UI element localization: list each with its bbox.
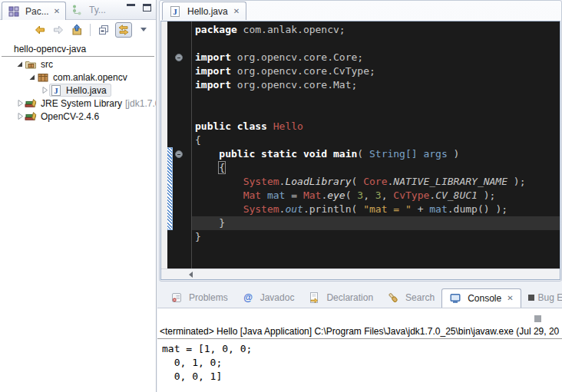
code-line-10[interactable]: public static void main( String[] args )	[195, 147, 560, 161]
console-tab-javadoc[interactable]: @Javadoc	[235, 288, 302, 308]
type-hierarchy-icon	[71, 4, 84, 16]
tree-item-src[interactable]: src	[0, 58, 156, 71]
code-token: ,	[363, 189, 375, 201]
expanded-arrow-icon[interactable]	[15, 59, 25, 69]
console-tab-declaration[interactable]: Declaration	[301, 288, 380, 308]
sidebar-tab-label: Ty...	[89, 5, 106, 15]
console-tab-console[interactable]: Console✕	[441, 288, 521, 308]
console-output-line: 0, 1, 0;	[162, 356, 562, 370]
scroll-left-icon[interactable]	[189, 272, 193, 278]
console-output-line: mat = [1, 0, 0;	[162, 342, 562, 356]
console-tab-problems[interactable]: Problems	[164, 288, 235, 308]
link-with-editor-button[interactable]	[115, 22, 132, 38]
tree-item-jre-system-library[interactable]: JRE System Library[jdk1.7.0_25]	[0, 97, 156, 110]
code-line-1[interactable]: package com.anlak.opencv;	[195, 23, 560, 37]
maximize-icon[interactable]	[143, 4, 151, 12]
collapsed-arrow-icon[interactable]	[15, 98, 25, 108]
code-line-3[interactable]: import org.opencv.core.Core;	[195, 51, 560, 64]
sidebar-tab-ty[interactable]: Ty...	[66, 1, 111, 19]
java-file-icon: J	[169, 5, 181, 18]
declaration-icon	[308, 292, 320, 304]
code-token: (	[357, 148, 369, 160]
code-line-9[interactable]: {	[195, 133, 560, 147]
editor-tabbar: J Hello.java ✕	[160, 1, 561, 20]
back-button[interactable]	[33, 23, 47, 37]
link-editor-icon	[117, 24, 130, 36]
code-token: System	[243, 176, 279, 187]
code-token: CV_8UC1	[435, 189, 478, 201]
tree-item-hello-java[interactable]: JHello.java	[0, 84, 156, 97]
code-line-14[interactable]: System.out.println( "mat = " + mat.dump(…	[195, 203, 560, 216]
code-line-12[interactable]: System.LoadLibrary( Core.NATIVE_LIBRARY_…	[195, 175, 560, 189]
console-tab-search[interactable]: Search	[380, 288, 441, 308]
code-token	[195, 189, 243, 201]
problems-icon	[170, 292, 183, 304]
tree-item-content: JRE System Library[jdk1.7.0_25]	[25, 97, 156, 110]
code-token	[195, 148, 219, 160]
tree-item-com-anlak-opencv[interactable]: com.anlak.opencv	[0, 71, 156, 84]
minimize-icon[interactable]	[127, 4, 135, 12]
code-line-4[interactable]: import org.opencv.core.CvType;	[195, 64, 560, 78]
tree-item-content: hello-opencv-java	[12, 44, 88, 54]
collapsed-arrow-icon[interactable]	[15, 111, 25, 121]
console-tab-label: Console	[468, 293, 501, 304]
console-output[interactable]: mat = [1, 0, 0; 0, 1, 0; 0, 0, 1]	[157, 339, 562, 384]
code-token: Core	[363, 176, 387, 187]
code-token: out	[285, 203, 302, 215]
console-panel: Problems@JavadocDeclarationSearchConsole…	[157, 287, 562, 392]
code-editor[interactable]: package com.anlak.opencv;import org.open…	[167, 21, 560, 268]
code-token: 3	[375, 189, 382, 201]
console-toolbar-icon[interactable]	[534, 315, 541, 322]
gutter-separator	[191, 21, 192, 268]
eclipse-workbench: { "sidebar": { "tabs": [ { "label": "Pac…	[0, 0, 562, 392]
collapse-all-button[interactable]	[97, 23, 111, 37]
console-tab-label: Search	[405, 292, 435, 303]
annotation-ruler[interactable]	[161, 21, 167, 268]
code-line-7[interactable]	[195, 106, 560, 120]
close-icon[interactable]: ✕	[233, 8, 240, 15]
forward-button[interactable]	[51, 23, 65, 37]
code-token: .dump() );	[448, 203, 507, 215]
collapsed-arrow-icon[interactable]	[40, 85, 49, 95]
expanded-arrow-icon[interactable]	[28, 72, 37, 82]
tree-item-label: com.anlak.opencv	[51, 72, 129, 83]
tree-item-hello-opencv-java[interactable]: hello-opencv-java	[0, 42, 156, 55]
code-token: NATIVE_LIBRARY_NAME	[393, 176, 507, 187]
fold-collapse-icon[interactable]	[175, 54, 183, 61]
code-line-11[interactable]: {	[195, 161, 560, 175]
code-line-8[interactable]: public class Hello	[195, 120, 560, 133]
project-tree: hello-opencv-javasrccom.anlak.opencvJHel…	[0, 39, 156, 123]
console-tab-bug-explorer[interactable]: Bug Explorer	[521, 288, 562, 308]
sidebar-tab-pac[interactable]: Pac...✕	[2, 2, 66, 20]
search-icon	[387, 292, 399, 304]
horizontal-scrollbar[interactable]	[161, 268, 560, 279]
fold-collapse-icon[interactable]	[175, 150, 183, 158]
up-button[interactable]	[70, 23, 84, 37]
close-icon[interactable]: ✕	[507, 295, 513, 302]
tree-item-opencv-2-4-6[interactable]: OpenCV-2.4.6	[0, 110, 156, 123]
view-menu-button[interactable]	[137, 23, 150, 37]
range-indicator	[167, 147, 173, 230]
code-line-15[interactable]: }	[195, 216, 560, 230]
collapse-all-icon	[98, 24, 110, 36]
code-token: eye	[327, 189, 345, 201]
code-token: System	[243, 203, 279, 215]
code-line-2[interactable]	[195, 37, 560, 51]
code-line-16[interactable]: }	[195, 230, 560, 244]
library-icon	[25, 110, 37, 123]
up-package-icon	[71, 24, 83, 36]
console-tab-label: Javadoc	[260, 292, 295, 303]
code-line-13[interactable]: Mat mat = Mat.eye( 3, 3, CvType.CV_8UC1 …	[195, 189, 560, 203]
code-token: package	[195, 24, 237, 35]
code-token: public class	[195, 120, 273, 132]
editor-tab-hello-java[interactable]: J Hello.java ✕	[162, 2, 246, 20]
code-line-5[interactable]: import org.opencv.core.Mat;	[195, 78, 560, 92]
code-line-6[interactable]	[195, 92, 560, 106]
code-token: =	[285, 189, 302, 201]
svg-text:@: @	[243, 292, 253, 303]
view-window-buttons	[127, 4, 151, 12]
tree-item-label: hello-opencv-java	[12, 44, 88, 54]
close-icon[interactable]: ✕	[54, 8, 60, 15]
code-token: Hello	[273, 120, 303, 132]
console-tab-label: Declaration	[326, 292, 373, 303]
